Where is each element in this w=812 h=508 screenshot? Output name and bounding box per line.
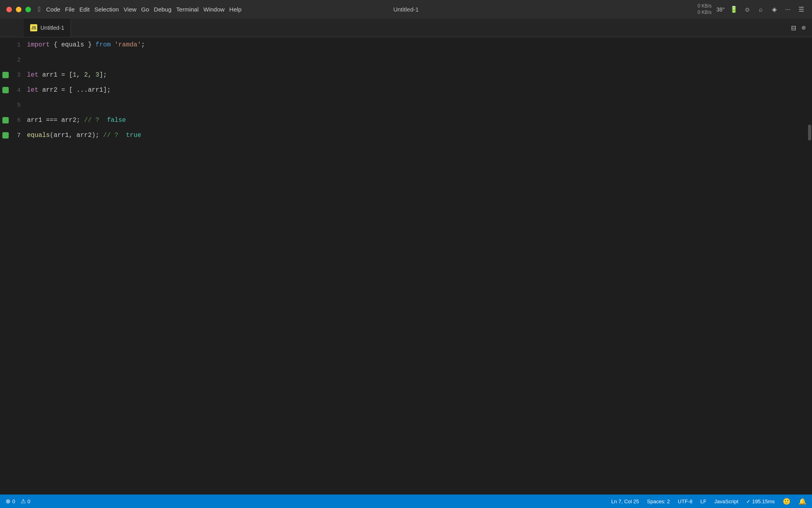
token: , bbox=[88, 71, 96, 79]
token: import bbox=[27, 41, 50, 48]
line-number-6: 6 bbox=[0, 113, 24, 128]
js-file-icon: JS bbox=[30, 24, 37, 31]
scrollbar-track[interactable] bbox=[806, 37, 812, 495]
token: // ? bbox=[80, 117, 107, 124]
code-line-1: import { equals } from 'ramda'; bbox=[27, 37, 806, 52]
line-num-label: 1 bbox=[17, 42, 21, 48]
token: 'ramda' bbox=[115, 41, 141, 48]
line-number-2: 2 bbox=[0, 52, 24, 67]
breakpoint-icon[interactable] bbox=[2, 132, 9, 139]
menu-window[interactable]: Window bbox=[202, 5, 226, 13]
settings-dot[interactable] bbox=[802, 26, 806, 30]
token: let bbox=[27, 71, 38, 79]
tabbar: JS Untitled-1 ⊟ bbox=[0, 19, 812, 37]
eol[interactable]: LF bbox=[700, 498, 706, 504]
editor: 1234567 import { equals } from 'ramda';l… bbox=[0, 37, 812, 495]
token: 1 bbox=[73, 71, 77, 79]
menu-terminal[interactable]: Terminal bbox=[174, 5, 200, 13]
traffic-lights bbox=[6, 7, 31, 12]
code-editor[interactable]: import { equals } from 'ramda';let arr1 … bbox=[24, 37, 806, 495]
breakpoint-icon[interactable] bbox=[2, 72, 9, 78]
line-number-5: 5 bbox=[0, 98, 24, 113]
token: 3 bbox=[96, 71, 100, 79]
code-line-5 bbox=[27, 98, 806, 113]
token: arr2 = [ ...arr1]; bbox=[38, 87, 111, 94]
temperature: 38° bbox=[716, 6, 725, 13]
line-num-label: 2 bbox=[17, 57, 21, 64]
token: // ? bbox=[99, 132, 126, 139]
token: arr1 === arr2; bbox=[27, 117, 80, 124]
line-number-1: 1 bbox=[0, 37, 24, 52]
smiley-icon[interactable]: 🙂 bbox=[783, 498, 791, 505]
minimize-button[interactable] bbox=[16, 7, 21, 12]
tab-label: Untitled-1 bbox=[40, 25, 64, 31]
error-icon: ⊗ bbox=[6, 498, 11, 505]
token: (arr1, arr2); bbox=[50, 132, 100, 139]
line-num-label: 7 bbox=[17, 132, 21, 139]
warning-icon: ⚠ bbox=[21, 498, 26, 505]
list-icon[interactable]: ☰ bbox=[797, 5, 806, 14]
token: ; bbox=[141, 41, 145, 48]
code-line-4: let arr2 = [ ...arr1]; bbox=[27, 83, 806, 98]
title-text: Untitled-1 bbox=[393, 6, 419, 13]
menu-view[interactable]: View bbox=[122, 5, 138, 13]
menubar-right: 0 KB/s0 KB/s 38° 🔋 ⊙ ⌕ ◈ ··· ☰ bbox=[697, 3, 806, 15]
token: 2 bbox=[84, 71, 88, 79]
search-icon[interactable]: ⌕ bbox=[756, 5, 765, 14]
line-num-label: 6 bbox=[17, 117, 21, 124]
execution-time: ✓ 195.15ms bbox=[746, 498, 775, 504]
tab-untitled[interactable]: JS Untitled-1 bbox=[24, 19, 71, 37]
menu-file[interactable]: File bbox=[63, 5, 76, 13]
language-mode[interactable]: JavaScript bbox=[714, 498, 739, 504]
token: equals bbox=[27, 132, 50, 139]
close-button[interactable] bbox=[6, 7, 12, 12]
warning-count[interactable]: ⚠ 0 bbox=[21, 498, 30, 505]
menu-items:  Code File Edit Selection View Go Debug… bbox=[38, 5, 243, 13]
wifi-icon: ⊙ bbox=[743, 5, 752, 14]
scrollbar-thumb[interactable] bbox=[808, 125, 811, 140]
warning-number: 0 bbox=[27, 498, 30, 504]
token: { equals } bbox=[50, 41, 96, 48]
breakpoint-icon[interactable] bbox=[2, 117, 9, 123]
menu-code[interactable]: Code bbox=[44, 5, 62, 13]
window-title: Untitled-1 bbox=[393, 6, 419, 13]
error-number: 0 bbox=[12, 498, 15, 504]
token bbox=[111, 41, 115, 48]
line-num-label: 4 bbox=[17, 87, 21, 94]
token: ]; bbox=[99, 71, 107, 79]
menu-edit[interactable]: Edit bbox=[78, 5, 91, 13]
token: false bbox=[107, 117, 126, 124]
maximize-button[interactable] bbox=[25, 7, 31, 12]
menubar:  Code File Edit Selection View Go Debug… bbox=[0, 0, 812, 19]
token: from bbox=[96, 41, 111, 48]
token: true bbox=[126, 132, 141, 139]
more-icon[interactable]: ··· bbox=[783, 5, 792, 14]
token: , bbox=[77, 71, 84, 79]
line-num-label: 5 bbox=[17, 102, 21, 109]
line-number-3: 3 bbox=[0, 67, 24, 83]
code-line-6: arr1 === arr2; // ? false bbox=[27, 113, 806, 128]
statusbar: ⊗ 0 ⚠ 0 Ln 7, Col 25 Spaces: 2 UTF-8 LF … bbox=[0, 495, 812, 508]
statusbar-left: ⊗ 0 ⚠ 0 bbox=[6, 498, 30, 505]
line-number-7: 7 bbox=[0, 128, 24, 143]
split-editor-icon[interactable]: ⊟ bbox=[791, 24, 796, 32]
menu-debug[interactable]: Debug bbox=[152, 5, 173, 13]
encoding[interactable]: UTF-8 bbox=[678, 498, 693, 504]
cursor-position[interactable]: Ln 7, Col 25 bbox=[611, 498, 639, 504]
menu-selection[interactable]: Selection bbox=[93, 5, 121, 13]
code-line-7: equals(arr1, arr2); // ? true bbox=[27, 128, 806, 143]
code-line-3: let arr1 = [1, 2, 3]; bbox=[27, 67, 806, 83]
indentation[interactable]: Spaces: 2 bbox=[647, 498, 670, 504]
menu-go[interactable]: Go bbox=[140, 5, 151, 13]
menu-help[interactable]: Help bbox=[228, 5, 243, 13]
breakpoint-icon[interactable] bbox=[2, 87, 9, 93]
battery-icon: 🔋 bbox=[730, 5, 738, 14]
code-line-2 bbox=[27, 52, 806, 67]
token: arr1 = [ bbox=[38, 71, 73, 79]
line-num-label: 3 bbox=[17, 72, 21, 79]
statusbar-right: Ln 7, Col 25 Spaces: 2 UTF-8 LF JavaScri… bbox=[611, 498, 806, 505]
network-status: 0 KB/s0 KB/s bbox=[697, 3, 711, 15]
notification-icon[interactable]: 🔔 bbox=[799, 498, 806, 505]
error-count[interactable]: ⊗ 0 bbox=[6, 498, 15, 505]
extensions-icon[interactable]: ◈ bbox=[770, 5, 779, 14]
